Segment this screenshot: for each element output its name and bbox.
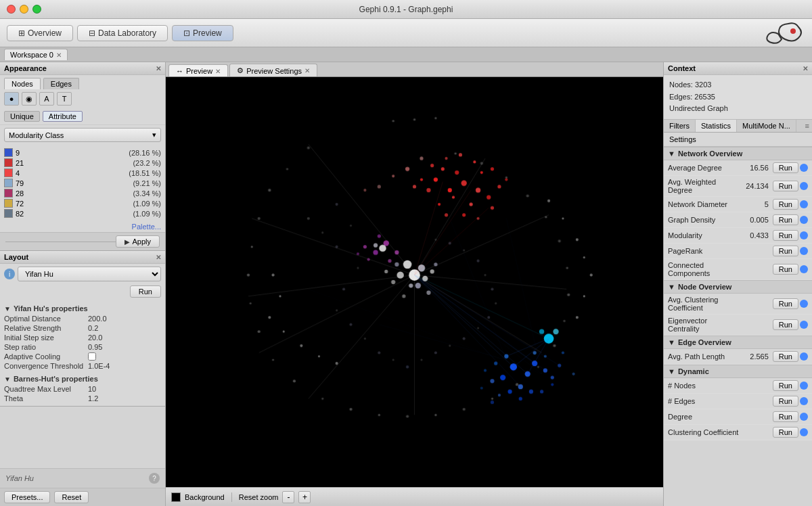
- class-number: 21: [16, 159, 121, 167]
- right-panel-menu-button[interactable]: ≡: [803, 120, 812, 132]
- svg-point-10: [247, 273, 250, 276]
- preview-tab[interactable]: ↔ Preview ✕: [168, 64, 228, 76]
- maximize-button[interactable]: [32, 5, 41, 14]
- label-size-icon-btn[interactable]: T: [57, 92, 72, 106]
- node-overview-header[interactable]: ▼ Node Overview: [664, 280, 812, 294]
- clustering-coefficient-run-button[interactable]: Run: [773, 427, 798, 438]
- dynamic-header[interactable]: ▼ Dynamic: [664, 365, 812, 378]
- network-diameter-dot: [800, 200, 808, 208]
- attribute-tab[interactable]: Attribute: [43, 111, 83, 122]
- stat-row: # Nodes Run: [664, 378, 812, 394]
- svg-point-58: [413, 185, 416, 188]
- preview-button[interactable]: ⊡ Preview: [172, 25, 233, 41]
- settings-tab[interactable]: Settings: [664, 133, 812, 147]
- theta-value: 1.2: [88, 394, 161, 402]
- data-laboratory-button[interactable]: ⊟ Data Laboratory: [77, 25, 168, 41]
- statistics-tab[interactable]: Statistics: [696, 120, 737, 132]
- network-overview-header[interactable]: ▼ Network Overview: [664, 147, 812, 160]
- stat-row: Clustering Coefficient Run: [664, 425, 812, 440]
- preview-settings-close[interactable]: ✕: [304, 67, 310, 74]
- run-button[interactable]: Run: [130, 285, 161, 298]
- titlebar: Gephi 0.9.1 - Graph.gephi: [0, 0, 812, 19]
- background-label[interactable]: Background: [185, 493, 225, 501]
- reset-button[interactable]: Reset: [54, 491, 89, 503]
- info-icon[interactable]: i: [4, 269, 15, 279]
- size-icon-btn[interactable]: ◉: [22, 92, 37, 106]
- svg-point-76: [409, 283, 413, 288]
- prop-row: Relative Strength 0.2: [4, 323, 161, 333]
- avg-clustering-run-button[interactable]: Run: [773, 298, 798, 309]
- barnes-title: Barnes-Hut's properties: [14, 375, 98, 383]
- context-close-icon[interactable]: ✕: [803, 65, 808, 72]
- window-controls[interactable]: [7, 5, 41, 14]
- workspace-close-icon[interactable]: ✕: [56, 51, 62, 59]
- svg-point-180: [583, 256, 585, 258]
- adaptive-cooling-checkbox[interactable]: [88, 352, 96, 361]
- workspace-tab[interactable]: Workspace 0 ✕: [4, 49, 68, 60]
- svg-point-21: [491, 398, 493, 400]
- svg-point-0: [790, 28, 796, 34]
- svg-point-27: [566, 267, 568, 269]
- svg-point-46: [487, 195, 491, 199]
- workspace-bar: Workspace 0 ✕: [0, 47, 812, 62]
- class-number: 4: [16, 169, 121, 177]
- list-item: 21 (23.2 %): [4, 158, 161, 168]
- color-swatch: [4, 148, 13, 157]
- background-color-box[interactable]: [171, 492, 181, 502]
- reset-zoom-label[interactable]: Reset zoom: [239, 493, 279, 501]
- multimode-tab[interactable]: MultiMode N...: [737, 120, 796, 132]
- graph-density-dot: [800, 216, 808, 224]
- appearance-close-icon[interactable]: ✕: [156, 65, 161, 72]
- graph-density-run-button[interactable]: Run: [773, 214, 798, 225]
- label-icon-btn[interactable]: A: [39, 92, 54, 106]
- overview-button[interactable]: ⊞ Overview: [7, 25, 73, 41]
- zoom-out-button[interactable]: -: [282, 491, 294, 503]
- svg-point-131: [378, 234, 381, 237]
- svg-point-2: [413, 118, 415, 120]
- svg-point-140: [350, 225, 352, 227]
- preview-icon: ⊡: [183, 28, 190, 38]
- modularity-dropdown[interactable]: Modularity Class ▾: [4, 128, 161, 142]
- help-icon[interactable]: ?: [149, 473, 160, 484]
- palette-link[interactable]: Palette...: [0, 221, 165, 232]
- unique-tab[interactable]: Unique: [4, 111, 40, 122]
- svg-point-13: [272, 359, 274, 361]
- edge-overview-header[interactable]: ▼ Edge Overview: [664, 336, 812, 349]
- eigenvector-centrality-run-button[interactable]: Run: [773, 319, 798, 330]
- avg-weighted-degree-run-button[interactable]: Run: [773, 181, 798, 191]
- pagerank-run-button[interactable]: Run: [773, 246, 798, 256]
- presets-button[interactable]: Presets...: [4, 491, 50, 503]
- svg-point-45: [441, 167, 445, 170]
- minimize-button[interactable]: [20, 5, 28, 14]
- filters-tab[interactable]: Filters: [664, 120, 696, 132]
- dynamic-nodes-run-button[interactable]: Run: [773, 380, 798, 391]
- network-diameter-run-button[interactable]: Run: [773, 199, 798, 210]
- svg-point-33: [455, 152, 457, 154]
- close-button[interactable]: [7, 5, 16, 14]
- edges-tab[interactable]: Edges: [43, 78, 79, 89]
- stat-row: Avg. Clustering Coefficient Run: [664, 294, 812, 315]
- svg-point-114: [553, 329, 558, 334]
- avg-degree-run-button[interactable]: Run: [773, 162, 798, 173]
- run-row: Run: [0, 284, 165, 300]
- layout-header: Layout ✕: [0, 251, 165, 264]
- overview-icon: ⊞: [18, 28, 25, 38]
- dynamic-edges-run-button[interactable]: Run: [773, 396, 798, 407]
- avg-path-length-run-button[interactable]: Run: [773, 351, 798, 362]
- dynamic-degree-run-button[interactable]: Run: [773, 411, 798, 422]
- svg-point-181: [576, 238, 579, 241]
- color-icon-btn[interactable]: ●: [4, 92, 19, 106]
- graph-canvas[interactable]: [166, 77, 663, 487]
- modularity-run-button[interactable]: Run: [773, 230, 798, 241]
- layout-close-icon[interactable]: ✕: [156, 254, 161, 261]
- preview-tab-close[interactable]: ✕: [215, 68, 221, 75]
- svg-point-69: [363, 189, 366, 191]
- nodes-tab[interactable]: Nodes: [4, 78, 41, 89]
- preview-settings-tab[interactable]: ⚙ Preview Settings ✕: [229, 64, 317, 76]
- zoom-in-button[interactable]: +: [298, 491, 311, 503]
- svg-point-179: [576, 316, 579, 319]
- layout-dropdown[interactable]: Yifan Hu: [18, 267, 161, 281]
- apply-button[interactable]: ▶ Apply: [116, 235, 160, 248]
- class-number: 79: [16, 179, 121, 187]
- connected-components-run-button[interactable]: Run: [773, 264, 798, 275]
